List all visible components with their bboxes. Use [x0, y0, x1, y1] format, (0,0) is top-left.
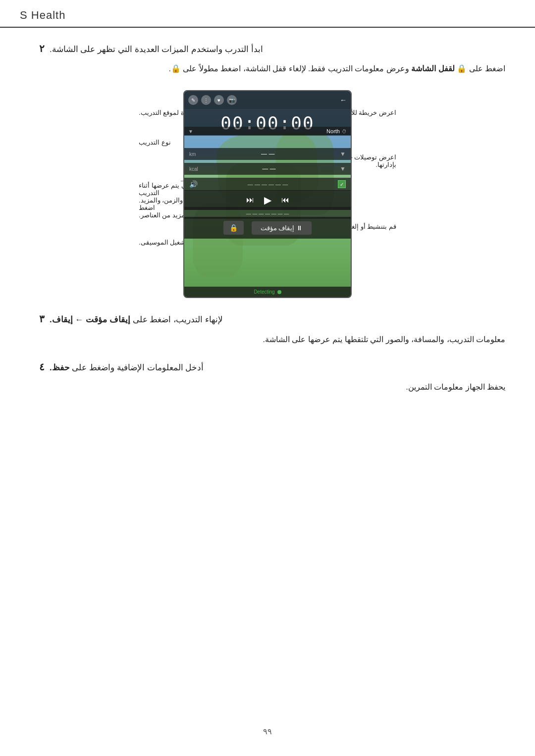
- device-illustration: اعرض خريطة للأماكن التي تتدرب فيها. التق…: [30, 90, 505, 298]
- step-4-number: ٤: [30, 361, 45, 373]
- page-number: ٩٩: [0, 717, 535, 746]
- lock-button[interactable]: 🔒: [223, 221, 244, 235]
- audio-speaker-icon: 🔊: [189, 180, 198, 188]
- step-4-text: أدخل المعلومات الإضافية واضغط على حفظ.: [50, 361, 204, 374]
- play-icon: ▶: [264, 194, 271, 206]
- training-type-value: North: [326, 128, 340, 134]
- step-3-number: ٣: [30, 313, 45, 325]
- device-wrapper: اعرض خريطة للأماكن التي تتدرب فيها. التق…: [139, 90, 396, 298]
- main-content: ابدأ التدرب واستخدم الميزات العديدة التي…: [0, 28, 535, 423]
- step-4: أدخل المعلومات الإضافية واضغط على حفظ. ٤…: [30, 361, 505, 394]
- heart-icon: ♥: [214, 95, 224, 105]
- info-arrow-2: ▼: [340, 165, 346, 172]
- pause-icon: ⏸: [296, 224, 303, 232]
- info-row-2: ▼ — — kcal: [184, 163, 351, 175]
- step-2-subtext: اضغط على 🔒 لقفل الشاشة وعرض معلومات التد…: [30, 62, 505, 75]
- step-3-text: لإنهاء التدريب، اضغط على إيقاف مؤقت ← إي…: [50, 313, 223, 326]
- training-type-row: ⏱ North ▼: [184, 127, 351, 136]
- menu-icon: ⋮: [201, 95, 211, 105]
- step-3: لإنهاء التدريب، اضغط على إيقاف مؤقت ← إي…: [30, 313, 505, 346]
- info-label-1: km: [189, 151, 196, 157]
- step-2-text: ابدأ التدرب واستخدم الميزات العديدة التي…: [50, 43, 263, 56]
- page-header: S Health: [0, 0, 535, 28]
- device-screen: ← 📷 ♥ ⋮ ✎ 00:00:00 ⏱: [183, 90, 352, 298]
- step-4-header: أدخل المعلومات الإضافية واضغط على حفظ. ٤: [30, 361, 505, 374]
- pause-label: إيقاف مؤقت: [261, 224, 295, 232]
- topbar-right: 📷 ♥ ⋮ ✎: [188, 95, 237, 105]
- back-icon: ←: [340, 96, 347, 104]
- step-3-header: لإنهاء التدريب، اضغط على إيقاف مؤقت ← إي…: [30, 313, 505, 326]
- info-value-2: — —: [262, 165, 275, 172]
- song-text: — — — — — — —: [246, 211, 289, 216]
- step-3-subtext: معلومات التدريب، والمسافة، والصور التي ت…: [30, 333, 505, 346]
- info-row-1: ▼ — — km: [184, 148, 351, 160]
- info-arrow-1: ▼: [340, 151, 346, 157]
- annotation-training-type: نوع التدريب: [139, 139, 171, 146]
- next-icon: ⏭: [246, 196, 254, 204]
- camera-icon: 📷: [227, 95, 237, 105]
- dropdown-arrow: ▼: [188, 129, 193, 134]
- header-title: S Health: [20, 9, 65, 22]
- lock-icon: 🔒: [229, 224, 238, 232]
- prev-icon: ⏮: [281, 196, 289, 204]
- info-value-1: — —: [261, 151, 274, 157]
- training-type-left: ⏱ North: [326, 128, 347, 134]
- step-4-subtext: يحفظ الجهاز معلومات التمرين.: [30, 380, 505, 394]
- gps-row: Detecting: [184, 287, 351, 297]
- topbar-left: ←: [340, 96, 347, 104]
- step-2: ابدأ التدرب واستخدم الميزات العديدة التي…: [30, 43, 505, 75]
- audio-text: — — — — — —: [248, 181, 288, 187]
- audio-checkbox: ✓: [338, 180, 346, 188]
- app-topbar: ← 📷 ♥ ⋮ ✎: [184, 91, 351, 109]
- step-2-number: ٢: [30, 43, 45, 54]
- timer-icon: ⏱: [342, 129, 347, 134]
- gps-status: Detecting: [254, 289, 274, 295]
- step-2-header: ابدأ التدرب واستخدم الميزات العديدة التي…: [30, 43, 505, 56]
- pencil-icon: ✎: [188, 95, 198, 105]
- info-label-2: kcal: [189, 166, 198, 172]
- audio-guide-row: ✓ — — — — — — 🔊: [184, 178, 351, 191]
- bottom-buttons: ⏸ إيقاف مؤقت 🔒: [184, 217, 351, 239]
- pause-button[interactable]: ⏸ إيقاف مؤقت: [252, 221, 312, 235]
- gps-dot: [277, 290, 281, 294]
